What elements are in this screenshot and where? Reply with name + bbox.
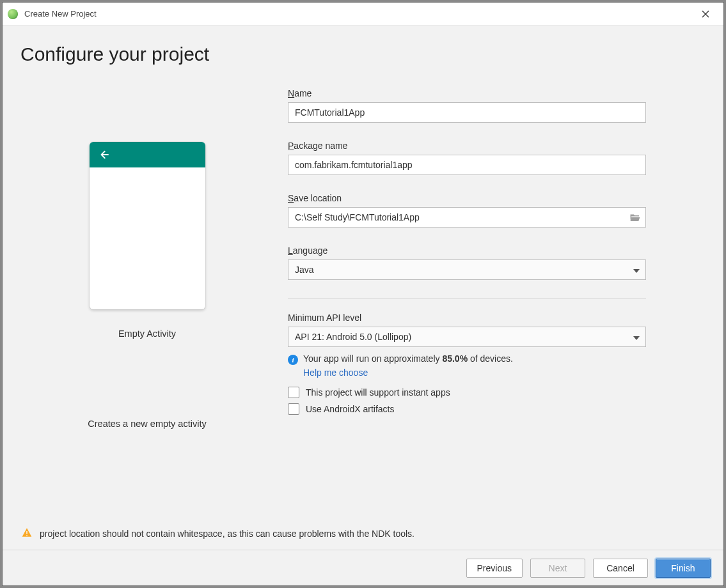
svg-rect-0 [26,531,27,534]
api-level-select[interactable]: API 21: Android 5.0 (Lollipop) [288,327,646,347]
button-bar: Previous Next Cancel Finish [3,550,723,585]
instant-apps-checkbox[interactable]: This project will support instant apps [288,387,646,398]
language-select[interactable]: Java [288,259,646,280]
separator [288,298,646,298]
browse-folder-button[interactable] [628,210,642,224]
body: Empty Activity Creates a new empty activ… [3,72,723,550]
android-studio-icon [8,9,18,19]
titlebar: Create New Project [3,3,723,26]
form-column: Name Package name Save location [288,84,646,550]
warning-text: project location should not contain whit… [40,529,414,539]
template-description: Creates a new empty activity [88,419,206,429]
warning-icon [22,527,32,539]
folder-open-icon [629,213,641,222]
field-package: Package name [288,141,646,175]
save-location-input[interactable] [288,207,646,228]
checkbox-icon [288,403,299,415]
label-language: Language [288,245,646,256]
next-button: Next [530,559,585,578]
api-info: i Your app will run on approximately 85.… [288,353,646,378]
androidx-label: Use AndroidX artifacts [306,404,395,414]
wizard-window: Create New Project Configure your projec… [2,2,724,586]
label-package: Package name [288,141,646,151]
finish-button[interactable]: Finish [656,559,711,578]
template-name: Empty Activity [118,329,176,339]
preview-appbar [90,142,205,167]
close-icon [702,10,709,18]
label-name: Name [288,88,646,98]
close-button[interactable] [693,3,718,25]
template-preview-column: Empty Activity Creates a new empty activ… [19,84,275,550]
field-api-level: Minimum API level API 21: Android 5.0 (L… [288,313,646,415]
label-api-level: Minimum API level [288,313,646,323]
package-name-input[interactable] [288,155,646,175]
page-header: Configure your project [3,26,723,72]
api-info-text: Your app will run on approximately 85.0%… [303,353,513,364]
name-input[interactable] [288,102,646,123]
template-thumbnail [90,142,205,309]
warning-row: project location should not contain whit… [22,527,704,539]
androidx-checkbox[interactable]: Use AndroidX artifacts [288,403,646,415]
info-icon: i [288,355,298,365]
label-save-location: Save location [288,193,646,203]
field-name: Name [288,88,646,123]
back-arrow-icon [99,149,110,160]
checkbox-icon [288,387,299,398]
window-title: Create New Project [24,9,693,19]
field-language: Language Java [288,245,646,280]
content-area: Configure your project Empty Activity Cr… [3,26,723,585]
cancel-button[interactable]: Cancel [593,559,648,578]
help-me-choose-link[interactable]: Help me choose [303,368,513,378]
previous-button[interactable]: Previous [466,559,523,578]
field-save-location: Save location [288,193,646,228]
instant-apps-label: This project will support instant apps [306,387,450,398]
page-title: Configure your project [20,43,706,65]
svg-rect-1 [26,535,27,536]
